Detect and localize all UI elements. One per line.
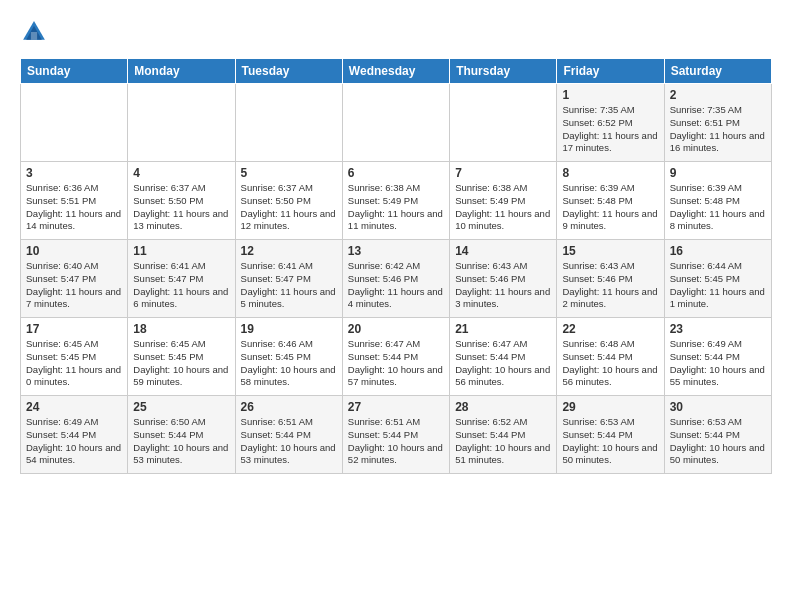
day-number: 27 <box>348 400 444 414</box>
calendar-cell: 20Sunrise: 6:47 AM Sunset: 5:44 PM Dayli… <box>342 318 449 396</box>
page: SundayMondayTuesdayWednesdayThursdayFrid… <box>0 0 792 484</box>
day-number: 1 <box>562 88 658 102</box>
day-number: 24 <box>26 400 122 414</box>
calendar-cell: 22Sunrise: 6:48 AM Sunset: 5:44 PM Dayli… <box>557 318 664 396</box>
day-number: 19 <box>241 322 337 336</box>
day-number: 8 <box>562 166 658 180</box>
day-info: Sunrise: 6:45 AM Sunset: 5:45 PM Dayligh… <box>26 338 122 389</box>
svg-rect-2 <box>31 32 37 40</box>
day-number: 21 <box>455 322 551 336</box>
calendar-cell: 29Sunrise: 6:53 AM Sunset: 5:44 PM Dayli… <box>557 396 664 474</box>
day-info: Sunrise: 6:39 AM Sunset: 5:48 PM Dayligh… <box>670 182 766 233</box>
calendar-cell: 12Sunrise: 6:41 AM Sunset: 5:47 PM Dayli… <box>235 240 342 318</box>
day-number: 3 <box>26 166 122 180</box>
calendar-cell: 24Sunrise: 6:49 AM Sunset: 5:44 PM Dayli… <box>21 396 128 474</box>
calendar-cell: 25Sunrise: 6:50 AM Sunset: 5:44 PM Dayli… <box>128 396 235 474</box>
logo-icon <box>20 18 48 46</box>
day-number: 28 <box>455 400 551 414</box>
day-info: Sunrise: 6:51 AM Sunset: 5:44 PM Dayligh… <box>348 416 444 467</box>
calendar-cell <box>342 84 449 162</box>
week-row-3: 17Sunrise: 6:45 AM Sunset: 5:45 PM Dayli… <box>21 318 772 396</box>
day-number: 25 <box>133 400 229 414</box>
week-row-4: 24Sunrise: 6:49 AM Sunset: 5:44 PM Dayli… <box>21 396 772 474</box>
day-info: Sunrise: 6:38 AM Sunset: 5:49 PM Dayligh… <box>348 182 444 233</box>
day-info: Sunrise: 6:53 AM Sunset: 5:44 PM Dayligh… <box>670 416 766 467</box>
day-info: Sunrise: 6:44 AM Sunset: 5:45 PM Dayligh… <box>670 260 766 311</box>
logo <box>20 18 52 46</box>
day-info: Sunrise: 6:41 AM Sunset: 5:47 PM Dayligh… <box>241 260 337 311</box>
day-number: 20 <box>348 322 444 336</box>
day-number: 11 <box>133 244 229 258</box>
weekday-header-row: SundayMondayTuesdayWednesdayThursdayFrid… <box>21 59 772 84</box>
day-number: 4 <box>133 166 229 180</box>
day-number: 29 <box>562 400 658 414</box>
day-number: 30 <box>670 400 766 414</box>
calendar-cell <box>235 84 342 162</box>
calendar-cell <box>450 84 557 162</box>
calendar-cell: 5Sunrise: 6:37 AM Sunset: 5:50 PM Daylig… <box>235 162 342 240</box>
day-info: Sunrise: 6:53 AM Sunset: 5:44 PM Dayligh… <box>562 416 658 467</box>
weekday-header-saturday: Saturday <box>664 59 771 84</box>
day-info: Sunrise: 6:49 AM Sunset: 5:44 PM Dayligh… <box>26 416 122 467</box>
calendar-cell: 23Sunrise: 6:49 AM Sunset: 5:44 PM Dayli… <box>664 318 771 396</box>
day-number: 18 <box>133 322 229 336</box>
day-info: Sunrise: 6:37 AM Sunset: 5:50 PM Dayligh… <box>133 182 229 233</box>
calendar-cell: 18Sunrise: 6:45 AM Sunset: 5:45 PM Dayli… <box>128 318 235 396</box>
calendar-cell: 26Sunrise: 6:51 AM Sunset: 5:44 PM Dayli… <box>235 396 342 474</box>
day-number: 14 <box>455 244 551 258</box>
calendar-cell: 11Sunrise: 6:41 AM Sunset: 5:47 PM Dayli… <box>128 240 235 318</box>
weekday-header-wednesday: Wednesday <box>342 59 449 84</box>
calendar-cell: 27Sunrise: 6:51 AM Sunset: 5:44 PM Dayli… <box>342 396 449 474</box>
day-info: Sunrise: 6:40 AM Sunset: 5:47 PM Dayligh… <box>26 260 122 311</box>
day-number: 10 <box>26 244 122 258</box>
day-info: Sunrise: 6:51 AM Sunset: 5:44 PM Dayligh… <box>241 416 337 467</box>
calendar-cell: 6Sunrise: 6:38 AM Sunset: 5:49 PM Daylig… <box>342 162 449 240</box>
calendar-cell: 15Sunrise: 6:43 AM Sunset: 5:46 PM Dayli… <box>557 240 664 318</box>
day-number: 23 <box>670 322 766 336</box>
calendar-cell <box>128 84 235 162</box>
day-number: 15 <box>562 244 658 258</box>
day-number: 6 <box>348 166 444 180</box>
day-number: 16 <box>670 244 766 258</box>
day-number: 2 <box>670 88 766 102</box>
week-row-1: 3Sunrise: 6:36 AM Sunset: 5:51 PM Daylig… <box>21 162 772 240</box>
day-info: Sunrise: 7:35 AM Sunset: 6:52 PM Dayligh… <box>562 104 658 155</box>
calendar-cell: 21Sunrise: 6:47 AM Sunset: 5:44 PM Dayli… <box>450 318 557 396</box>
calendar-cell: 14Sunrise: 6:43 AM Sunset: 5:46 PM Dayli… <box>450 240 557 318</box>
day-number: 9 <box>670 166 766 180</box>
week-row-0: 1Sunrise: 7:35 AM Sunset: 6:52 PM Daylig… <box>21 84 772 162</box>
weekday-header-tuesday: Tuesday <box>235 59 342 84</box>
calendar-cell: 19Sunrise: 6:46 AM Sunset: 5:45 PM Dayli… <box>235 318 342 396</box>
calendar-cell: 1Sunrise: 7:35 AM Sunset: 6:52 PM Daylig… <box>557 84 664 162</box>
calendar-cell: 16Sunrise: 6:44 AM Sunset: 5:45 PM Dayli… <box>664 240 771 318</box>
day-number: 7 <box>455 166 551 180</box>
weekday-header-friday: Friday <box>557 59 664 84</box>
calendar-cell: 7Sunrise: 6:38 AM Sunset: 5:49 PM Daylig… <box>450 162 557 240</box>
day-info: Sunrise: 6:47 AM Sunset: 5:44 PM Dayligh… <box>348 338 444 389</box>
day-info: Sunrise: 6:48 AM Sunset: 5:44 PM Dayligh… <box>562 338 658 389</box>
day-number: 17 <box>26 322 122 336</box>
calendar-cell: 2Sunrise: 7:35 AM Sunset: 6:51 PM Daylig… <box>664 84 771 162</box>
calendar-table: SundayMondayTuesdayWednesdayThursdayFrid… <box>20 58 772 474</box>
weekday-header-monday: Monday <box>128 59 235 84</box>
week-row-2: 10Sunrise: 6:40 AM Sunset: 5:47 PM Dayli… <box>21 240 772 318</box>
weekday-header-thursday: Thursday <box>450 59 557 84</box>
day-number: 5 <box>241 166 337 180</box>
day-number: 13 <box>348 244 444 258</box>
day-info: Sunrise: 6:50 AM Sunset: 5:44 PM Dayligh… <box>133 416 229 467</box>
day-number: 12 <box>241 244 337 258</box>
calendar-cell: 8Sunrise: 6:39 AM Sunset: 5:48 PM Daylig… <box>557 162 664 240</box>
day-info: Sunrise: 6:36 AM Sunset: 5:51 PM Dayligh… <box>26 182 122 233</box>
calendar-cell: 13Sunrise: 6:42 AM Sunset: 5:46 PM Dayli… <box>342 240 449 318</box>
calendar-cell: 10Sunrise: 6:40 AM Sunset: 5:47 PM Dayli… <box>21 240 128 318</box>
day-info: Sunrise: 6:45 AM Sunset: 5:45 PM Dayligh… <box>133 338 229 389</box>
calendar-cell: 3Sunrise: 6:36 AM Sunset: 5:51 PM Daylig… <box>21 162 128 240</box>
day-info: Sunrise: 6:46 AM Sunset: 5:45 PM Dayligh… <box>241 338 337 389</box>
calendar-cell: 9Sunrise: 6:39 AM Sunset: 5:48 PM Daylig… <box>664 162 771 240</box>
day-number: 26 <box>241 400 337 414</box>
calendar-cell: 4Sunrise: 6:37 AM Sunset: 5:50 PM Daylig… <box>128 162 235 240</box>
day-info: Sunrise: 6:37 AM Sunset: 5:50 PM Dayligh… <box>241 182 337 233</box>
day-info: Sunrise: 6:49 AM Sunset: 5:44 PM Dayligh… <box>670 338 766 389</box>
day-info: Sunrise: 6:41 AM Sunset: 5:47 PM Dayligh… <box>133 260 229 311</box>
header <box>20 18 772 46</box>
